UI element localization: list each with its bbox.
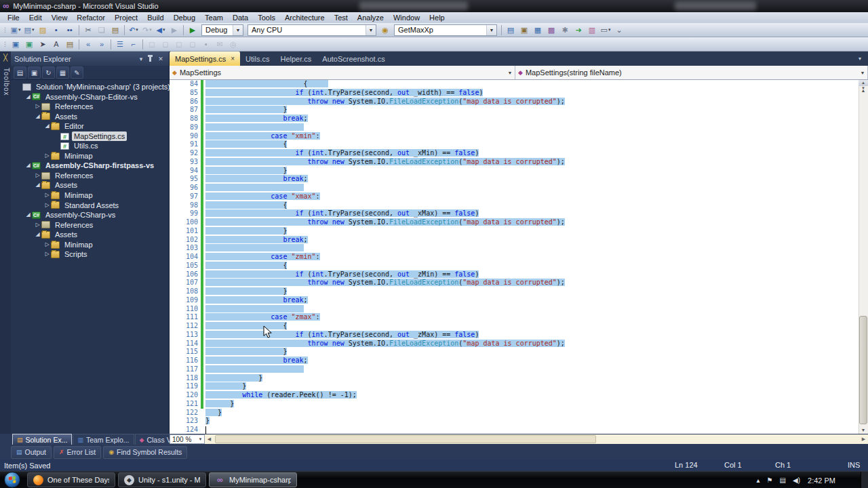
redo-icon[interactable]: ↷▾ bbox=[141, 24, 153, 36]
expanded-arrow-icon[interactable]: ◢ bbox=[43, 121, 51, 131]
refresh-icon[interactable]: ↻ bbox=[42, 66, 55, 79]
horizontal-scrollbar-thumb[interactable] bbox=[215, 435, 596, 443]
code-line-105[interactable]: 105 { bbox=[170, 262, 859, 270]
menu-edit[interactable]: Edit bbox=[24, 12, 47, 23]
tree-item-solution-myminimap-csharp-3-projects[interactable]: Solution 'MyMinimap-csharp' (3 projects) bbox=[11, 82, 169, 92]
panel-tab-output[interactable]: ▤Output bbox=[11, 446, 52, 459]
window-position-menu-icon[interactable]: ▾ bbox=[136, 56, 146, 62]
show-all-files-icon[interactable]: ▣ bbox=[28, 66, 41, 79]
members-dropdown[interactable]: ◆ MapSettings(string fileName) ▼ bbox=[515, 66, 868, 79]
tree-item-utils-cs[interactable]: #Utils.cs bbox=[11, 141, 169, 151]
new-project-icon[interactable]: ▣▾ bbox=[9, 24, 22, 36]
navigate-forward-icon[interactable]: ▶ bbox=[168, 24, 180, 36]
toolbox-tools-icon[interactable]: ╳ bbox=[1, 54, 10, 64]
code-line-98[interactable]: 98 { bbox=[170, 201, 859, 210]
scroll-left-icon[interactable]: ◀ bbox=[205, 436, 214, 442]
expanded-arrow-icon[interactable]: ◢ bbox=[34, 180, 41, 190]
debug-configuration-dropdown[interactable]: Debug▼ bbox=[201, 24, 243, 36]
code-line-97[interactable]: 97 case "xmax": bbox=[170, 192, 859, 201]
close-panel-icon[interactable]: ✕ bbox=[156, 56, 165, 62]
code-line-104[interactable]: 104 case "zmin": bbox=[170, 253, 859, 262]
bubble-4-icon[interactable]: ◻ bbox=[186, 39, 199, 50]
collapsed-arrow-icon[interactable]: ▷ bbox=[43, 151, 51, 161]
start-debug-icon[interactable]: ▶ bbox=[186, 24, 199, 36]
open-file-icon[interactable]: ▨ bbox=[37, 24, 49, 36]
code-line-87[interactable]: 87 } bbox=[170, 106, 859, 115]
code-line-101[interactable]: 101 } bbox=[170, 227, 859, 236]
vertical-scrollbar-thumb[interactable] bbox=[859, 316, 867, 424]
mail-comment-icon[interactable]: ✉ bbox=[214, 39, 226, 50]
close-tab-icon[interactable]: × bbox=[231, 55, 235, 62]
menu-view[interactable]: View bbox=[47, 12, 73, 23]
code-line-86[interactable]: 86 throw new System.IO.FileLoadException… bbox=[170, 98, 859, 106]
menu-file[interactable]: File bbox=[3, 12, 24, 23]
taskbar-button-unity-s1-unity-my[interactable]: ◆Unity - s1.unity - My... bbox=[118, 472, 206, 487]
copy-icon[interactable]: ❏ bbox=[96, 24, 108, 36]
tree-item-assembly-csharp-firstpass-vs[interactable]: ◢C#Assembly-CSharp-firstpass-vs bbox=[11, 161, 169, 171]
code-line-118[interactable]: 118 } bbox=[170, 374, 859, 383]
code-line-91[interactable]: 91 { bbox=[170, 140, 859, 149]
decrease-indent-icon[interactable]: « bbox=[82, 39, 94, 50]
code-line-93[interactable]: 93 throw new System.IO.FileLoadException… bbox=[170, 158, 859, 167]
code-line-108[interactable]: 108 } bbox=[170, 287, 859, 296]
code-line-111[interactable]: 111 case "zmax": bbox=[170, 313, 859, 322]
menu-team[interactable]: Team bbox=[200, 12, 228, 23]
font-icon[interactable]: A bbox=[50, 39, 62, 50]
tree-item-references[interactable]: ▷References bbox=[11, 171, 169, 181]
code-line-124[interactable]: 124 bbox=[170, 426, 859, 434]
save-icon[interactable]: ▪ bbox=[50, 24, 62, 36]
menu-architecture[interactable]: Architecture bbox=[280, 12, 330, 23]
code-line-95[interactable]: 95 break; bbox=[170, 175, 859, 184]
code-line-89[interactable]: 89 bbox=[170, 123, 859, 132]
menu-tools[interactable]: Tools bbox=[253, 12, 280, 23]
code-line-120[interactable]: 120 while (reader.Peek() != -1); bbox=[170, 391, 859, 400]
tab-autoscreenshot-cs[interactable]: AutoScreenshot.cs bbox=[317, 52, 390, 66]
action-center-flag-icon[interactable]: ⚑ bbox=[767, 476, 773, 484]
code-line-100[interactable]: 100 throw new System.IO.FileLoadExceptio… bbox=[170, 218, 859, 227]
tab-utils-cs[interactable]: Utils.cs bbox=[240, 52, 275, 66]
display-objects-icon[interactable]: ▣ bbox=[9, 39, 22, 50]
scroll-up-icon[interactable]: ▲ bbox=[859, 86, 868, 95]
menu-help[interactable]: Help bbox=[425, 12, 450, 23]
tree-item-mapsettings-cs[interactable]: #MapSettings.cs bbox=[11, 131, 169, 142]
code-line-102[interactable]: 102 break; bbox=[170, 236, 859, 245]
panel-tab-solution-ex[interactable]: ▤Solution Ex... bbox=[12, 434, 72, 445]
tab-list-dropdown-icon[interactable]: ▾ bbox=[859, 56, 861, 62]
properties-icon[interactable]: ▦ bbox=[56, 66, 69, 79]
code-line-96[interactable]: 96 bbox=[170, 184, 859, 192]
find-comment-icon[interactable]: ◎ bbox=[227, 39, 239, 50]
collapse-all-icon[interactable]: ▤ bbox=[14, 66, 26, 79]
find-in-files-icon[interactable]: ◉ bbox=[379, 24, 391, 36]
code-line-115[interactable]: 115 } bbox=[170, 348, 859, 357]
types-dropdown[interactable]: ◆ MapSettings ▼ bbox=[170, 66, 515, 79]
menu-window[interactable]: Window bbox=[389, 12, 425, 23]
code-line-92[interactable]: 92 if (int.TryParse(second, out _xMin) =… bbox=[170, 149, 859, 158]
code-line-90[interactable]: 90 case "xmin": bbox=[170, 132, 859, 141]
code-line-99[interactable]: 99 if (int.TryParse(second, out _xMax) =… bbox=[170, 209, 859, 218]
platform-dropdown[interactable]: Any CPU▼ bbox=[248, 24, 376, 36]
expanded-arrow-icon[interactable]: ◢ bbox=[34, 112, 41, 122]
tree-item-references[interactable]: ▷References bbox=[11, 220, 169, 230]
code-line-109[interactable]: 109 break; bbox=[170, 296, 859, 305]
collapsed-arrow-icon[interactable]: ▷ bbox=[34, 171, 41, 181]
code-line-107[interactable]: 107 throw new System.IO.FileLoadExceptio… bbox=[170, 279, 859, 287]
code-line-123[interactable]: 123} bbox=[170, 417, 859, 426]
save-all-icon[interactable]: ▪▪ bbox=[64, 24, 76, 36]
outline-icon[interactable]: ▤ bbox=[64, 39, 76, 50]
horizontal-scrollbar[interactable]: 100 %▼ ◀ ▶ bbox=[170, 434, 868, 444]
tree-item-editor[interactable]: ◢Editor bbox=[11, 121, 169, 131]
tree-item-minimap[interactable]: ▷Minimap bbox=[11, 190, 169, 201]
tab-helper-cs[interactable]: Helper.cs bbox=[275, 52, 317, 66]
tree-item-minimap[interactable]: ▷Minimap bbox=[11, 240, 169, 250]
code-line-122[interactable]: 122 } bbox=[170, 409, 859, 418]
taskbar-button-one-of-these-days[interactable]: One of These Days - ... bbox=[27, 472, 115, 487]
tab-mapsettings-cs[interactable]: MapSettings.cs× bbox=[170, 52, 240, 66]
comment-icon[interactable]: ☰ bbox=[114, 39, 126, 50]
tree-item-assembly-csharp-vs[interactable]: ◢C#Assembly-CSharp-vs bbox=[11, 210, 169, 220]
menu-project[interactable]: Project bbox=[110, 12, 142, 23]
code-line-88[interactable]: 88 break; bbox=[170, 115, 859, 123]
undo-icon[interactable]: ↶▾ bbox=[127, 24, 140, 36]
toolbox-icon[interactable]: ▩ bbox=[545, 24, 557, 36]
expanded-arrow-icon[interactable]: ◢ bbox=[24, 161, 32, 171]
code-line-85[interactable]: 85 if (int.TryParse(second, out _width) … bbox=[170, 89, 859, 98]
